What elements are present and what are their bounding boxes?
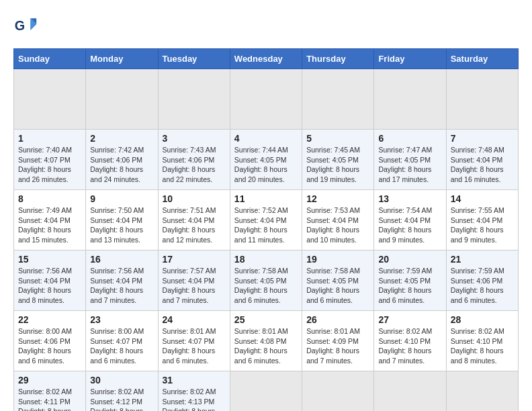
calendar-cell xyxy=(158,69,230,130)
sunset-label: Sunset: 4:04 PM xyxy=(90,216,142,224)
weekday-header-monday: Monday xyxy=(86,49,158,69)
calendar-week-6: 29 Sunrise: 8:02 AM Sunset: 4:11 PM Dayl… xyxy=(14,371,519,412)
day-number: 21 xyxy=(451,254,514,265)
sunset-label: Sunset: 4:09 PM xyxy=(306,337,359,345)
sunset-label: Sunset: 4:04 PM xyxy=(18,277,71,285)
daylight-label: Daylight: 8 hours and 8 minutes. xyxy=(451,347,504,365)
sunrise-label: Sunrise: 7:57 AM xyxy=(163,267,216,275)
day-info: Sunrise: 7:56 AM Sunset: 4:04 PM Dayligh… xyxy=(18,266,81,306)
day-number: 3 xyxy=(163,133,226,144)
sunrise-label: Sunrise: 7:47 AM xyxy=(378,146,432,154)
day-info: Sunrise: 7:58 AM Sunset: 4:05 PM Dayligh… xyxy=(234,266,298,306)
sunset-label: Sunset: 4:05 PM xyxy=(306,156,359,164)
sunset-label: Sunset: 4:06 PM xyxy=(18,337,71,345)
calendar-cell: 23 Sunrise: 8:00 AM Sunset: 4:07 PM Dayl… xyxy=(86,311,158,371)
sunset-label: Sunset: 4:08 PM xyxy=(234,337,287,345)
day-number: 27 xyxy=(378,314,441,325)
day-info: Sunrise: 7:56 AM Sunset: 4:04 PM Dayligh… xyxy=(90,266,153,306)
sunset-label: Sunset: 4:05 PM xyxy=(234,156,287,164)
daylight-label: Daylight: 8 hours and 7 minutes. xyxy=(90,286,143,304)
day-info: Sunrise: 7:40 AM Sunset: 4:07 PM Dayligh… xyxy=(18,145,81,185)
calendar-cell: 13 Sunrise: 7:54 AM Sunset: 4:04 PM Dayl… xyxy=(374,190,446,250)
weekday-header-tuesday: Tuesday xyxy=(158,49,230,69)
day-number: 6 xyxy=(378,133,441,144)
day-number: 16 xyxy=(90,254,153,265)
calendar-week-1 xyxy=(14,69,519,130)
calendar-cell: 30 Sunrise: 8:02 AM Sunset: 4:12 PM Dayl… xyxy=(86,371,158,412)
calendar-cell: 22 Sunrise: 8:00 AM Sunset: 4:06 PM Dayl… xyxy=(14,311,86,371)
sunset-label: Sunset: 4:04 PM xyxy=(378,216,431,224)
day-number: 24 xyxy=(163,314,226,325)
day-info: Sunrise: 7:58 AM Sunset: 4:05 PM Dayligh… xyxy=(306,266,369,306)
daylight-label: Daylight: 8 hours and 10 minutes. xyxy=(306,226,359,244)
daylight-label: Daylight: 8 hours and 6 minutes. xyxy=(18,347,71,365)
day-info: Sunrise: 7:43 AM Sunset: 4:06 PM Dayligh… xyxy=(163,145,226,185)
sunrise-label: Sunrise: 8:00 AM xyxy=(90,327,144,335)
daylight-label: Daylight: 8 hours and 6 minutes. xyxy=(234,347,287,365)
day-info: Sunrise: 7:53 AM Sunset: 4:04 PM Dayligh… xyxy=(306,205,369,245)
sunrise-label: Sunrise: 7:42 AM xyxy=(90,146,144,154)
day-info: Sunrise: 7:44 AM Sunset: 4:05 PM Dayligh… xyxy=(234,145,298,185)
day-info: Sunrise: 7:59 AM Sunset: 4:05 PM Dayligh… xyxy=(378,266,441,306)
calendar-cell: 15 Sunrise: 7:56 AM Sunset: 4:04 PM Dayl… xyxy=(14,250,86,311)
day-info: Sunrise: 7:52 AM Sunset: 4:04 PM Dayligh… xyxy=(234,205,298,245)
day-number: 31 xyxy=(163,375,226,385)
day-info: Sunrise: 8:01 AM Sunset: 4:08 PM Dayligh… xyxy=(234,326,298,366)
daylight-label: Daylight: 8 hours and 24 minutes. xyxy=(90,165,143,183)
day-info: Sunrise: 7:49 AM Sunset: 4:04 PM Dayligh… xyxy=(18,205,81,245)
sunset-label: Sunset: 4:04 PM xyxy=(451,156,503,164)
sunrise-label: Sunrise: 7:48 AM xyxy=(451,146,504,154)
calendar-cell: 11 Sunrise: 7:52 AM Sunset: 4:04 PM Dayl… xyxy=(230,190,302,250)
calendar-cell: 19 Sunrise: 7:58 AM Sunset: 4:05 PM Dayl… xyxy=(302,250,374,311)
sunrise-label: Sunrise: 8:01 AM xyxy=(306,327,360,335)
daylight-label: Daylight: 8 hours and 10 minutes. xyxy=(163,407,216,411)
day-number: 13 xyxy=(378,193,441,204)
day-info: Sunrise: 7:42 AM Sunset: 4:06 PM Dayligh… xyxy=(90,145,153,185)
sunrise-label: Sunrise: 7:59 AM xyxy=(451,267,504,275)
sunset-label: Sunset: 4:05 PM xyxy=(234,277,287,285)
calendar-cell: 10 Sunrise: 7:51 AM Sunset: 4:04 PM Dayl… xyxy=(158,190,230,250)
daylight-label: Daylight: 8 hours and 17 minutes. xyxy=(378,165,431,183)
day-number: 2 xyxy=(90,133,153,144)
sunset-label: Sunset: 4:13 PM xyxy=(163,398,215,406)
calendar-cell: 2 Sunrise: 7:42 AM Sunset: 4:06 PM Dayli… xyxy=(86,130,158,190)
calendar-cell xyxy=(374,69,446,130)
sunset-label: Sunset: 4:05 PM xyxy=(378,277,431,285)
calendar-cell xyxy=(446,371,518,412)
sunset-label: Sunset: 4:06 PM xyxy=(90,156,142,164)
day-number: 12 xyxy=(306,193,369,204)
day-number: 25 xyxy=(234,314,298,325)
day-info: Sunrise: 8:02 AM Sunset: 4:10 PM Dayligh… xyxy=(378,326,441,366)
daylight-label: Daylight: 8 hours and 11 minutes. xyxy=(234,226,287,244)
sunset-label: Sunset: 4:11 PM xyxy=(18,398,71,406)
daylight-label: Daylight: 8 hours and 6 minutes. xyxy=(163,347,216,365)
day-number: 22 xyxy=(18,314,81,325)
day-number: 1 xyxy=(18,133,81,144)
day-number: 17 xyxy=(163,254,226,265)
calendar-week-5: 22 Sunrise: 8:00 AM Sunset: 4:06 PM Dayl… xyxy=(14,311,519,371)
day-info: Sunrise: 7:48 AM Sunset: 4:04 PM Dayligh… xyxy=(451,145,514,185)
daylight-label: Daylight: 8 hours and 15 minutes. xyxy=(18,226,71,244)
day-number: 23 xyxy=(90,314,153,325)
calendar-cell: 24 Sunrise: 8:01 AM Sunset: 4:07 PM Dayl… xyxy=(158,311,230,371)
sunrise-label: Sunrise: 8:02 AM xyxy=(163,387,216,396)
day-info: Sunrise: 8:01 AM Sunset: 4:07 PM Dayligh… xyxy=(163,326,226,366)
daylight-label: Daylight: 8 hours and 9 minutes. xyxy=(451,226,504,244)
weekday-header-row: SundayMondayTuesdayWednesdayThursdayFrid… xyxy=(14,49,519,69)
calendar-cell: 16 Sunrise: 7:56 AM Sunset: 4:04 PM Dayl… xyxy=(86,250,158,311)
sunrise-label: Sunrise: 7:51 AM xyxy=(163,206,216,214)
day-info: Sunrise: 8:02 AM Sunset: 4:11 PM Dayligh… xyxy=(18,387,81,411)
day-info: Sunrise: 7:57 AM Sunset: 4:04 PM Dayligh… xyxy=(163,266,226,306)
daylight-label: Daylight: 8 hours and 20 minutes. xyxy=(234,165,287,183)
sunset-label: Sunset: 4:04 PM xyxy=(163,277,215,285)
sunset-label: Sunset: 4:10 PM xyxy=(451,337,503,345)
day-info: Sunrise: 7:51 AM Sunset: 4:04 PM Dayligh… xyxy=(163,205,226,245)
daylight-label: Daylight: 8 hours and 16 minutes. xyxy=(451,165,504,183)
day-number: 26 xyxy=(306,314,369,325)
calendar-cell: 6 Sunrise: 7:47 AM Sunset: 4:05 PM Dayli… xyxy=(374,130,446,190)
daylight-label: Daylight: 8 hours and 9 minutes. xyxy=(18,407,71,411)
calendar-week-2: 1 Sunrise: 7:40 AM Sunset: 4:07 PM Dayli… xyxy=(14,130,519,190)
day-number: 18 xyxy=(234,254,298,265)
daylight-label: Daylight: 8 hours and 10 minutes. xyxy=(90,407,143,411)
calendar-cell: 27 Sunrise: 8:02 AM Sunset: 4:10 PM Dayl… xyxy=(374,311,446,371)
